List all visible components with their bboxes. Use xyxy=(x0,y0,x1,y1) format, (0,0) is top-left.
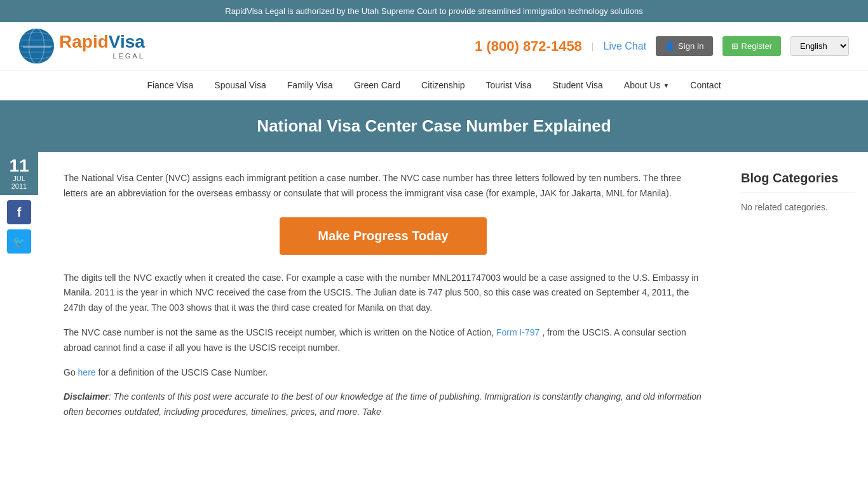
disclaimer-text: : The contents of this post were accurat… xyxy=(64,391,702,417)
nav-green-card[interactable]: Green Card xyxy=(345,71,409,100)
nav-fiance-visa[interactable]: Fiance Visa xyxy=(138,71,202,100)
here-link[interactable]: here xyxy=(78,367,96,377)
banner-text: RapidVisa Legal is authorized by the Uta… xyxy=(225,6,642,16)
social-box: f 🐦 xyxy=(0,195,38,259)
right-sidebar: Blog Categories No related categories. xyxy=(728,152,868,449)
main-container: 11 JUL 2011 f 🐦 The National Visa Center… xyxy=(0,152,868,449)
nav-tourist-visa-label: Tourist Visa xyxy=(486,80,532,90)
header-right: 1 (800) 872-1458 | Live Chat 👤 Sign In ⊞… xyxy=(475,36,849,56)
disclaimer-label: Disclaimer xyxy=(64,391,109,402)
main-nav: Fiance Visa Spousal Visa Family Visa Gre… xyxy=(0,71,868,100)
nav-contact[interactable]: Contact xyxy=(681,71,729,100)
brand-rapid: Rapid xyxy=(59,32,109,51)
twitter-icon: 🐦 xyxy=(13,236,25,248)
svg-point-0 xyxy=(19,29,54,64)
nav-student-visa[interactable]: Student Visa xyxy=(544,71,612,100)
article-paragraph-1: The National Visa Center (NVC) assigns e… xyxy=(64,171,703,201)
facebook-share-button[interactable]: f xyxy=(7,200,31,224)
facebook-icon: f xyxy=(17,205,22,220)
nav-citizenship-label: Citizenship xyxy=(421,80,465,90)
article-paragraph-3: The NVC case number is not the same as t… xyxy=(64,325,703,356)
phone-number: 1 (800) 872-1458 xyxy=(475,38,582,55)
separator: | xyxy=(592,41,594,51)
logo-text: RapidVisa LEGAL xyxy=(59,32,145,60)
nav-spousal-visa-label: Spousal Visa xyxy=(214,80,266,90)
nav-tourist-visa[interactable]: Tourist Visa xyxy=(477,71,541,100)
article-paragraph-2: The digits tell the NVC exactly when it … xyxy=(64,271,703,316)
header: RapidVisa LEGAL 1 (800) 872-1458 | Live … xyxy=(0,22,868,71)
language-select[interactable]: English Español Français xyxy=(790,36,849,56)
nav-about-us[interactable]: About Us ▼ xyxy=(615,71,679,100)
cta-label: Make Progress Today xyxy=(318,229,448,243)
sign-in-label: Sign In xyxy=(678,41,703,51)
article-paragraph-4: Go here for a definition of the USCIS Ca… xyxy=(64,365,703,381)
top-banner: RapidVisa Legal is authorized by the Uta… xyxy=(0,0,868,22)
cta-make-progress-button[interactable]: Make Progress Today xyxy=(280,217,486,255)
about-us-dropdown-icon: ▼ xyxy=(663,82,669,89)
live-chat-link[interactable]: Live Chat xyxy=(604,41,647,52)
brand-name: RapidVisa xyxy=(59,32,145,52)
twitter-share-button[interactable]: 🐦 xyxy=(7,229,31,254)
logo-globe-icon xyxy=(19,29,54,64)
here-link-text: here xyxy=(78,367,96,377)
nav-about-us-label: About Us xyxy=(624,80,661,90)
nav-spousal-visa[interactable]: Spousal Visa xyxy=(205,71,275,100)
register-label: Register xyxy=(742,41,772,51)
person-icon: 👤 xyxy=(665,41,675,51)
article-content: The National Visa Center (NVC) assigns e… xyxy=(38,152,728,449)
nav-citizenship[interactable]: Citizenship xyxy=(412,71,473,100)
nav-green-card-label: Green Card xyxy=(354,80,400,90)
date-day: 11 xyxy=(3,157,35,175)
article-title: National Visa Center Case Number Explain… xyxy=(257,116,611,135)
no-categories-text: No related categories. xyxy=(741,202,855,212)
brand-visa: Visa xyxy=(109,32,145,51)
logo-area: RapidVisa LEGAL xyxy=(19,29,145,64)
nav-fiance-visa-label: Fiance Visa xyxy=(147,80,193,90)
article-banner: National Visa Center Case Number Explain… xyxy=(0,100,868,152)
blog-categories-title: Blog Categories xyxy=(741,171,855,193)
nav-contact-label: Contact xyxy=(690,80,721,90)
nav-family-visa[interactable]: Family Visa xyxy=(278,71,342,100)
register-button[interactable]: ⊞ Register xyxy=(722,36,781,56)
nav-student-visa-label: Student Visa xyxy=(553,80,603,90)
date-year: 2011 xyxy=(3,182,35,190)
date-box: 11 JUL 2011 xyxy=(0,152,38,195)
sign-in-button[interactable]: 👤 Sign In xyxy=(656,36,712,56)
form-i797-link[interactable]: Form I-797 xyxy=(496,327,542,337)
brand-legal: LEGAL xyxy=(59,52,145,60)
grid-icon: ⊞ xyxy=(731,41,738,51)
date-month: JUL xyxy=(3,175,35,182)
article-disclaimer: Disclaimer: The contents of this post we… xyxy=(64,390,703,420)
nav-family-visa-label: Family Visa xyxy=(287,80,333,90)
left-sidebar: 11 JUL 2011 f 🐦 xyxy=(0,152,38,449)
form-i797-link-text: Form I-797 xyxy=(496,327,539,337)
